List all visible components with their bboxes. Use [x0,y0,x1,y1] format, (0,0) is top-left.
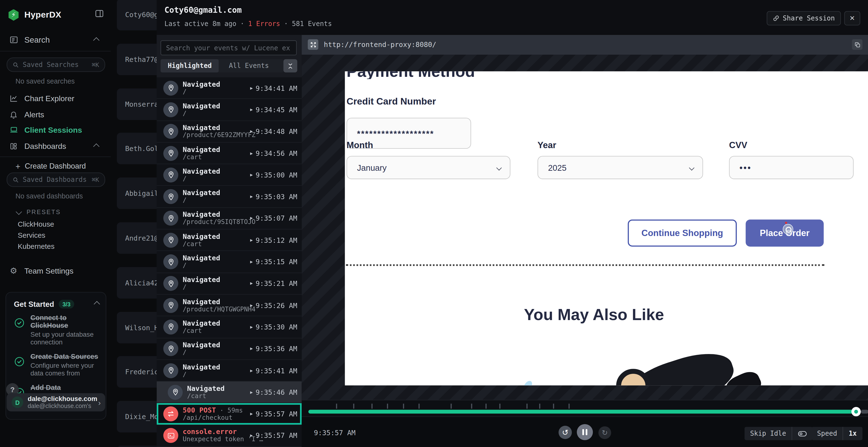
session-list-item[interactable] [117,446,158,447]
session-list-item[interactable]: Abbigail [117,177,158,209]
event-row[interactable]: Navigated/▶9:35:00 AM [157,164,302,186]
map-pin-icon [163,189,178,204]
event-row-main: Navigated/cart [187,385,225,400]
sidebar-item-dashboards[interactable]: Dashboards [0,139,111,153]
forward-button[interactable]: ↻ [598,426,611,439]
avatar: D [11,397,23,408]
session-list-item[interactable]: Wilson_H [117,312,158,343]
play-triangle-icon: ▶ [250,129,253,134]
event-row[interactable]: Navigated/cart▶9:35:30 AM [157,316,302,338]
replay-backdrop: Payment Method Credit Card Number ******… [302,55,868,400]
event-row[interactable]: Navigated/▶9:35:41 AM [157,360,302,381]
event-row[interactable]: 500 POST · 59ms/api/checkout▶9:35:57 AM [157,403,302,425]
event-row[interactable]: Navigated/product/6E92ZMYYFZ▶9:34:48 AM [157,121,302,143]
play-triangle-icon: ▶ [250,216,253,221]
dot-separator: · [240,20,245,28]
sidebar-item-alerts[interactable]: Alerts [0,108,111,121]
tab-highlighted[interactable]: Highlighted [161,59,219,72]
session-list: Coty60@gRetha77@MonserraBeth.GolAbbigail… [111,0,158,447]
session-list-item[interactable]: Monserra [117,88,158,120]
timeline-knob[interactable] [851,407,861,416]
preset-item[interactable]: Services [18,231,45,239]
event-timestamp: ▶9:35:21 AM [250,279,297,287]
timeline-tick [553,404,554,409]
event-time-value: 9:35:36 AM [255,345,297,353]
event-path: / [183,262,220,269]
cvv-input[interactable]: ••• [729,156,854,179]
presets-header[interactable]: PRESETS [17,209,61,215]
event-row[interactable]: Navigated/cart▶9:35:46 AM [157,382,302,403]
create-dashboard-label: Create Dashboard [25,162,86,170]
event-row-main: Navigated/cart [183,146,220,161]
year-value: 2025 [548,163,567,172]
event-row[interactable]: Navigated/▶9:34:45 AM [157,99,302,121]
session-list-item[interactable]: Beth.Gol [117,133,158,165]
event-row[interactable]: Navigated/cart▶9:34:56 AM [157,143,302,164]
session-list-item[interactable]: Retha77@ [117,44,158,75]
event-path: /cart [183,327,220,335]
expand-icon[interactable] [308,39,318,50]
session-list-item[interactable]: Andre21@ [117,222,158,254]
playback-timeline[interactable] [302,400,868,417]
event-row[interactable]: console.errorUnexpected token 'I'…▶9:35:… [157,425,302,447]
replay-browser-bar: http://frontend-proxy:8080/ [302,35,868,55]
pause-button[interactable] [577,424,593,440]
chevron-up-icon [94,301,100,307]
sidebar-item-search[interactable]: Search [0,33,111,46]
event-row[interactable]: Navigated/▶9:35:21 AM [157,273,302,295]
saved-dashboards-input[interactable]: Saved Dashboards ⌘K [7,172,105,187]
preset-item[interactable]: ClickHouse [18,220,54,228]
create-dashboard-button[interactable]: + Create Dashboard [16,161,86,171]
event-row[interactable]: Navigated/▶9:35:03 AM [157,186,302,208]
event-row[interactable]: Navigated/▶9:35:15 AM [157,251,302,273]
session-list-item[interactable]: Coty60@g [117,0,158,30]
event-title: Navigated [183,233,220,240]
event-time-value: 9:35:46 AM [255,388,297,396]
play-triangle-icon: ▶ [250,85,253,91]
collapse-events-button[interactable] [283,59,297,72]
event-time-value: 9:35:12 AM [255,236,297,244]
chevron-up-icon[interactable] [94,35,98,44]
skip-idle-label: Skip Idle [745,427,792,440]
event-title: Navigated [183,189,220,197]
get-started-item[interactable]: Create Data SourcesConfigure where your … [14,353,100,377]
preset-item[interactable]: Kubernetes [18,242,55,250]
map-pin-icon [163,80,178,95]
month-label: Month [346,140,373,150]
kbd-shortcut: ⌘K [92,61,99,68]
month-select[interactable]: January [346,156,510,179]
copy-icon[interactable] [852,39,863,50]
session-list-item[interactable]: Frederic [117,356,158,388]
event-row[interactable]: Navigated/▶9:35:36 AM [157,338,302,360]
rewind-button[interactable]: ↺ [559,426,572,439]
event-row[interactable]: Navigated/product/9SIQT8TOJO▶9:35:07 AM [157,208,302,230]
session-list-item[interactable]: Alicia42 [117,267,158,299]
tab-all-events[interactable]: All Events [219,62,279,70]
event-row[interactable]: Navigated/product/HQTGWGPNH4▶9:35:26 AM [157,295,302,316]
continue-shopping-button[interactable]: Continue Shopping [628,219,737,247]
event-timestamp: ▶9:35:07 AM [250,214,297,222]
sidebar-collapse-button[interactable] [95,9,104,18]
session-list-item[interactable]: Dixie_Mo [117,401,158,433]
year-select[interactable]: 2025 [537,156,703,179]
sidebar-item-team-settings[interactable]: ⚙ Team Settings [0,264,111,277]
saved-searches-input[interactable]: Saved Searches ⌘K [7,58,105,72]
speed-control[interactable]: Speed 1x [812,427,862,440]
event-timestamp: ▶9:35:30 AM [250,323,297,331]
sidebar-item-client-sessions[interactable]: Client Sessions [0,123,111,137]
chevron-up-icon[interactable] [94,142,98,150]
session-header-bar: Coty60@gmail.com Last active 8m ago · 1 … [157,0,868,35]
close-button[interactable]: ✕ [844,11,860,26]
events-search-input[interactable] [161,40,297,56]
event-row[interactable]: Navigated/cart▶9:35:12 AM [157,230,302,251]
get-started-header[interactable]: Get Started 3/3 [14,300,99,309]
skip-idle-toggle[interactable]: Skip Idle [745,427,812,440]
share-session-button[interactable]: Share Session [767,11,841,26]
event-row[interactable]: Navigated/▶9:34:41 AM [157,77,302,99]
map-pin-icon [163,254,178,269]
chevron-down-icon [689,165,694,170]
user-account-chip[interactable]: D dale@clickhouse.com dale@clickhouse.co… [7,393,105,411]
divider [0,157,111,157]
sidebar-item-chart-explorer[interactable]: Chart Explorer [0,92,111,105]
get-started-item[interactable]: Connect to ClickHouseSet up your databas… [14,314,100,346]
